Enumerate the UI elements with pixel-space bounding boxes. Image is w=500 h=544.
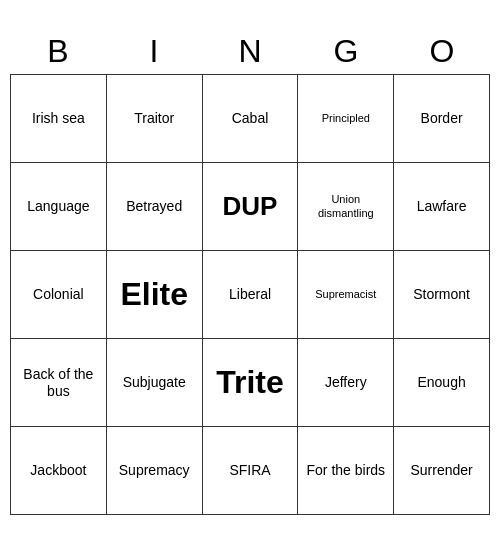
cell-r2-c0: Colonial — [11, 251, 107, 339]
bingo-grid: Irish seaTraitorCabalPrincipledBorderLan… — [10, 74, 490, 515]
bingo-header: B I N G O — [10, 29, 490, 74]
cell-r2-c3: Supremacist — [298, 251, 394, 339]
cell-r4-c2: SFIRA — [202, 427, 298, 515]
cell-r0-c1: Traitor — [106, 75, 202, 163]
cell-r3-c4: Enough — [394, 339, 490, 427]
cell-r1-c2: DUP — [202, 163, 298, 251]
cell-r0-c4: Border — [394, 75, 490, 163]
cell-r2-c4: Stormont — [394, 251, 490, 339]
cell-r0-c2: Cabal — [202, 75, 298, 163]
header-g: G — [298, 29, 394, 74]
cell-r1-c0: Language — [11, 163, 107, 251]
cell-r3-c1: Subjugate — [106, 339, 202, 427]
bingo-card: B I N G O Irish seaTraitorCabalPrinciple… — [10, 29, 490, 515]
header-n: N — [202, 29, 298, 74]
header-b: B — [10, 29, 106, 74]
cell-r4-c3: For the birds — [298, 427, 394, 515]
cell-r3-c2: Trite — [202, 339, 298, 427]
cell-r2-c1: Elite — [106, 251, 202, 339]
cell-r1-c3: Union dismantling — [298, 163, 394, 251]
cell-r2-c2: Liberal — [202, 251, 298, 339]
cell-r1-c4: Lawfare — [394, 163, 490, 251]
header-o: O — [394, 29, 490, 74]
cell-r1-c1: Betrayed — [106, 163, 202, 251]
cell-r0-c0: Irish sea — [11, 75, 107, 163]
cell-r4-c1: Supremacy — [106, 427, 202, 515]
cell-r3-c3: Jeffery — [298, 339, 394, 427]
cell-r4-c0: Jackboot — [11, 427, 107, 515]
header-i: I — [106, 29, 202, 74]
cell-r3-c0: Back of the bus — [11, 339, 107, 427]
cell-r4-c4: Surrender — [394, 427, 490, 515]
cell-r0-c3: Principled — [298, 75, 394, 163]
